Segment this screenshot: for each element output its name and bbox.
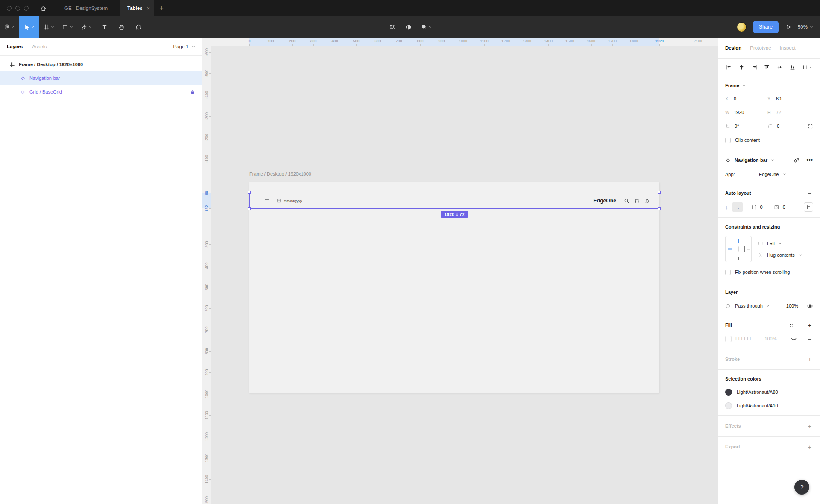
fill-row[interactable]: FFFFFF 100% −: [718, 331, 820, 346]
figma-menu-button[interactable]: [0, 16, 19, 38]
minimize-window-button[interactable]: [15, 6, 20, 11]
clip-content-checkbox[interactable]: [725, 138, 731, 143]
selection-color-row[interactable]: Light/Astronaut/A80: [718, 385, 820, 399]
frame-title-label[interactable]: Frame / Desktop / 1920x1000: [249, 171, 311, 176]
rotation-field[interactable]: 0°: [725, 123, 739, 129]
direction-right-button[interactable]: →: [732, 202, 743, 212]
tab-ge-designsystem[interactable]: GE - DesignSystem: [57, 0, 115, 16]
visibility-eye-icon[interactable]: [807, 303, 813, 309]
lock-icon[interactable]: [190, 89, 195, 94]
align-horizontal-center-icon[interactable]: [739, 64, 744, 70]
align-vertical-center-icon[interactable]: [777, 64, 782, 70]
layer-row-navigation-bar[interactable]: Navigation-bar: [0, 71, 202, 85]
close-tab-icon[interactable]: ×: [147, 5, 150, 12]
close-window-button[interactable]: [7, 6, 12, 11]
fix-position-checkbox[interactable]: [725, 270, 731, 275]
comment-tool-button[interactable]: [130, 16, 147, 38]
add-stroke-button[interactable]: +: [806, 356, 813, 363]
clip-content-row[interactable]: Clip content: [718, 133, 820, 147]
more-options-icon[interactable]: •••: [806, 157, 813, 163]
fill-opacity-value[interactable]: 100%: [764, 336, 776, 341]
tab-layers[interactable]: Layers: [7, 44, 23, 49]
swap-instance-icon[interactable]: [793, 157, 800, 164]
color-swatch-a80[interactable]: [725, 389, 732, 396]
tidy-up-button[interactable]: [802, 64, 812, 70]
tab-design[interactable]: Design: [725, 45, 741, 50]
add-export-button[interactable]: +: [806, 443, 813, 450]
create-component-button[interactable]: [384, 16, 400, 38]
maximize-window-button[interactable]: [24, 6, 29, 11]
apply-style-icon[interactable]: [788, 322, 794, 328]
width-field[interactable]: W 1920: [725, 110, 744, 115]
layer-row-frame-desktop-1920-1000[interactable]: Frame / Desktop / 1920×1000: [0, 58, 202, 71]
design-canvas[interactable]: Frame / Desktop / 1920x1000 mm/dd/yyyy E…: [202, 38, 718, 504]
tab-assets[interactable]: Assets: [32, 44, 47, 49]
home-button[interactable]: [35, 0, 52, 16]
constraints-widget[interactable]: [725, 236, 752, 262]
use-as-mask-button[interactable]: [400, 16, 416, 38]
frame-section-header[interactable]: Frame: [718, 79, 820, 92]
blend-mode-dropdown[interactable]: Pass through: [735, 303, 770, 308]
layer-opacity-value[interactable]: 100%: [786, 303, 798, 308]
y-position-field[interactable]: Y 60: [767, 96, 781, 101]
pen-tool-icon: [81, 24, 87, 30]
alignment-widget-button[interactable]: [804, 202, 813, 212]
fix-position-row[interactable]: Fix position when scrolling: [718, 264, 820, 280]
present-icon[interactable]: [785, 24, 791, 30]
user-avatar[interactable]: [737, 22, 747, 32]
x-position-field[interactable]: X 0: [725, 96, 736, 101]
share-button[interactable]: Share: [753, 21, 779, 33]
selection-color-row[interactable]: Light/Astronaut/A10: [718, 399, 820, 413]
independent-corners-icon[interactable]: [808, 123, 813, 129]
frame-tool-button[interactable]: [39, 16, 58, 38]
instance-name[interactable]: Navigation-bar: [735, 158, 767, 163]
add-effect-button[interactable]: +: [806, 422, 813, 429]
page-selector[interactable]: Page 1: [173, 44, 195, 49]
shape-tool-button[interactable]: [58, 16, 77, 38]
align-bottom-icon[interactable]: [790, 64, 795, 70]
height-field[interactable]: H 72: [767, 110, 781, 115]
ruler-label: 0: [248, 39, 250, 43]
hand-tool-button[interactable]: [113, 16, 130, 38]
selection-handle-bottom-right[interactable]: [658, 207, 661, 210]
tab-tables[interactable]: Tables ×: [120, 0, 154, 16]
move-tool-button[interactable]: [19, 16, 39, 38]
corner-radius-field[interactable]: 0: [767, 123, 779, 129]
align-left-icon[interactable]: [726, 64, 732, 70]
chevron-down-icon[interactable]: [771, 158, 774, 162]
fill-hex-value[interactable]: FFFFFF: [735, 336, 753, 341]
pen-tool-button[interactable]: [77, 16, 96, 38]
color-swatch-a10[interactable]: [725, 402, 732, 409]
zoom-menu[interactable]: 50%: [798, 24, 813, 29]
layer-row-grid-basegrid[interactable]: Grid / BaseGrid: [0, 85, 202, 99]
help-button[interactable]: ?: [794, 480, 809, 495]
calendar-icon: [276, 198, 281, 203]
vertical-resizing-dropdown[interactable]: Hug contents: [758, 252, 802, 258]
remove-auto-layout-button[interactable]: −: [806, 190, 813, 196]
boolean-groups-button[interactable]: [416, 16, 436, 38]
selection-handle-top-right[interactable]: [658, 191, 661, 194]
window-controls[interactable]: [0, 0, 35, 16]
horizontal-resizing-dropdown[interactable]: Left: [758, 240, 802, 246]
padding-field[interactable]: 0: [774, 205, 785, 210]
constraint-left-tick[interactable]: [728, 249, 732, 250]
align-right-icon[interactable]: [752, 64, 757, 70]
constraint-right-tick[interactable]: [747, 249, 750, 249]
hidden-eye-icon[interactable]: [791, 336, 797, 342]
new-tab-button[interactable]: +: [154, 0, 169, 16]
remove-fill-button[interactable]: −: [806, 335, 813, 342]
constraint-top-tick[interactable]: [738, 239, 739, 243]
tab-inspect[interactable]: Inspect: [780, 45, 796, 50]
direction-down-button[interactable]: ↓: [725, 204, 728, 211]
item-spacing-field[interactable]: 0: [751, 205, 763, 210]
constraint-bottom-tick[interactable]: [738, 257, 739, 260]
align-top-icon[interactable]: [764, 64, 770, 70]
fill-color-swatch[interactable]: [725, 336, 732, 342]
tab-prototype[interactable]: Prototype: [750, 45, 771, 50]
text-tool-button[interactable]: [96, 16, 113, 38]
selection-handle-top-left[interactable]: [248, 191, 251, 194]
selection-handle-bottom-left[interactable]: [248, 207, 251, 210]
add-fill-button[interactable]: +: [806, 322, 813, 328]
navigation-bar-selection[interactable]: mm/dd/yyyy EdgeOne: [249, 193, 659, 209]
app-property-dropdown[interactable]: EdgeOne: [759, 172, 786, 177]
